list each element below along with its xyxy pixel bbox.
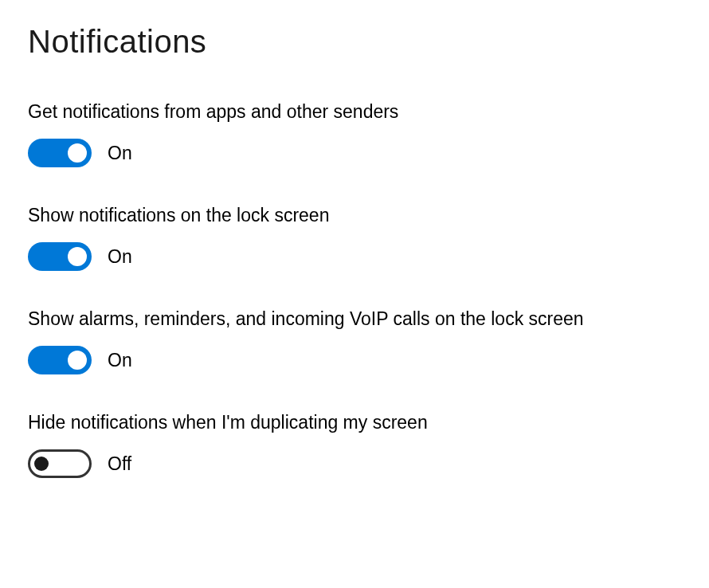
- toggle-apps-senders[interactable]: [28, 139, 92, 167]
- toggle-row: On: [28, 242, 681, 271]
- toggle-knob-icon: [68, 143, 87, 163]
- setting-label: Show alarms, reminders, and incoming VoI…: [28, 307, 681, 331]
- toggle-lock-screen[interactable]: [28, 242, 92, 271]
- toggle-state-text: On: [108, 350, 132, 371]
- toggle-row: On: [28, 346, 681, 374]
- setting-group-lock-screen: Show notifications on the lock screen On: [28, 203, 681, 271]
- toggle-knob-icon: [68, 351, 87, 370]
- toggle-row: Off: [28, 449, 681, 478]
- toggle-knob-icon: [68, 247, 87, 266]
- page-title: Notifications: [28, 24, 681, 60]
- setting-label: Get notifications from apps and other se…: [28, 100, 681, 124]
- toggle-state-text: On: [108, 246, 132, 268]
- setting-label: Show notifications on the lock screen: [28, 203, 681, 228]
- setting-group-apps-senders: Get notifications from apps and other se…: [28, 100, 681, 167]
- toggle-hide-duplicating[interactable]: [28, 449, 92, 478]
- setting-label: Hide notifications when I'm duplicating …: [28, 410, 681, 435]
- toggle-alarms-voip[interactable]: [28, 346, 92, 374]
- toggle-row: On: [28, 139, 681, 167]
- toggle-state-text: On: [108, 143, 132, 164]
- setting-group-hide-duplicating: Hide notifications when I'm duplicating …: [28, 410, 681, 478]
- toggle-knob-icon: [34, 457, 49, 471]
- setting-group-alarms-voip: Show alarms, reminders, and incoming VoI…: [28, 307, 681, 374]
- toggle-state-text: Off: [108, 453, 131, 475]
